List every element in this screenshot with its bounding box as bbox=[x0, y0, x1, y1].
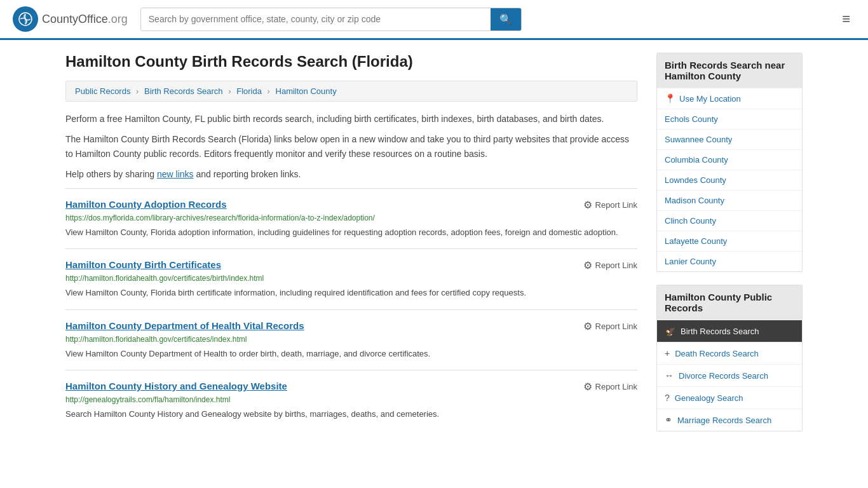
result-desc: View Hamilton County, Florida adoption i… bbox=[65, 226, 637, 239]
intro-text-1: Perform a free Hamilton County, FL publi… bbox=[65, 112, 637, 126]
records-label: Birth Records Search bbox=[681, 327, 759, 336]
records-icon: 🦅 bbox=[665, 326, 675, 336]
records-list-item: 🦅Birth Records Search bbox=[657, 320, 802, 342]
breadcrumb: Public Records › Birth Records Search › … bbox=[65, 81, 637, 102]
nearby-list-item: 📍Use My Location bbox=[657, 88, 802, 109]
records-link[interactable]: ?Genealogy Search bbox=[657, 387, 802, 409]
search-button[interactable]: 🔍 bbox=[491, 8, 521, 30]
breadcrumb-birth-records[interactable]: Birth Records Search bbox=[144, 86, 223, 96]
report-icon: ⚙ bbox=[583, 320, 592, 332]
nearby-link[interactable]: Madison County bbox=[657, 191, 802, 210]
result-header: Hamilton County Birth Certificates ⚙ Rep… bbox=[65, 259, 637, 271]
breadcrumb-sep-3: › bbox=[268, 86, 270, 96]
search-bar: 🔍 bbox=[140, 8, 522, 31]
breadcrumb-public-records[interactable]: Public Records bbox=[75, 86, 130, 96]
nearby-link[interactable]: Clinch County bbox=[657, 211, 802, 231]
breadcrumb-florida[interactable]: Florida bbox=[236, 86, 262, 96]
result-url: http://hamilton.floridahealth.gov/certif… bbox=[65, 335, 637, 344]
records-link[interactable]: ⚭Marriage Records Search bbox=[657, 409, 802, 431]
menu-button[interactable]: ≡ bbox=[837, 8, 855, 30]
result-item: Hamilton County Birth Certificates ⚙ Rep… bbox=[65, 248, 637, 309]
result-item: Hamilton County Department of Health Vit… bbox=[65, 309, 637, 370]
logo-text: CountyOffice.org bbox=[42, 13, 128, 26]
nearby-list-item: Madison County bbox=[657, 190, 802, 210]
intro-text-2: The Hamilton County Birth Records Search… bbox=[65, 132, 637, 161]
nearby-list-item: Lowndes County bbox=[657, 170, 802, 190]
records-icon: + bbox=[665, 348, 670, 358]
result-url: http://genealogytrails.com/fla/hamilton/… bbox=[65, 395, 637, 404]
breadcrumb-sep-1: › bbox=[136, 86, 139, 96]
records-link[interactable]: 🦅Birth Records Search bbox=[657, 320, 802, 342]
report-link-btn[interactable]: ⚙ Report Link bbox=[583, 259, 637, 271]
results-list: Hamilton County Adoption Records ⚙ Repor… bbox=[65, 188, 637, 431]
result-desc: View Hamilton County, Florida birth cert… bbox=[65, 287, 637, 299]
nearby-link[interactable]: 📍Use My Location bbox=[657, 88, 802, 109]
report-link-btn[interactable]: ⚙ Report Link bbox=[583, 320, 637, 332]
new-links-link[interactable]: new links bbox=[157, 169, 194, 179]
nearby-link[interactable]: Lowndes County bbox=[657, 170, 802, 190]
records-label: Marriage Records Search bbox=[677, 416, 771, 425]
report-link-btn[interactable]: ⚙ Report Link bbox=[583, 199, 637, 211]
records-icon: ↔ bbox=[665, 370, 674, 381]
result-header: Hamilton County Department of Health Vit… bbox=[65, 320, 637, 332]
result-title[interactable]: Hamilton County History and Genealogy We… bbox=[65, 381, 287, 391]
nearby-link[interactable]: Lanier County bbox=[657, 252, 802, 271]
nearby-title: Birth Records Search near Hamilton Count… bbox=[657, 53, 802, 88]
nearby-label: Lafayette County bbox=[665, 236, 727, 246]
records-label: Divorce Records Search bbox=[679, 371, 768, 381]
logo-icon bbox=[13, 6, 38, 32]
records-label: Genealogy Search bbox=[675, 393, 743, 403]
nearby-link[interactable]: Suwannee County bbox=[657, 130, 802, 149]
records-list-item: ?Genealogy Search bbox=[657, 386, 802, 409]
nearby-list-item: Clinch County bbox=[657, 210, 802, 231]
nearby-label: Columbia County bbox=[665, 155, 728, 165]
nearby-link[interactable]: Columbia County bbox=[657, 150, 802, 170]
intro-text-3: Help others by sharing new links and rep… bbox=[65, 167, 637, 181]
records-icon: ⚭ bbox=[665, 415, 672, 425]
page-title: Hamilton County Birth Records Search (Fl… bbox=[65, 53, 637, 71]
records-link[interactable]: +Death Records Search bbox=[657, 342, 802, 364]
nearby-list-item: Lanier County bbox=[657, 251, 802, 271]
result-desc: View Hamilton County Department of Healt… bbox=[65, 348, 637, 360]
nearby-link[interactable]: Lafayette County bbox=[657, 231, 802, 251]
nearby-label: Madison County bbox=[665, 196, 724, 205]
records-icon: ? bbox=[665, 393, 670, 403]
result-header: Hamilton County Adoption Records ⚙ Repor… bbox=[65, 199, 637, 211]
records-link[interactable]: ↔Divorce Records Search bbox=[657, 365, 802, 386]
logo-link[interactable]: CountyOffice.org bbox=[13, 6, 128, 32]
records-list-item: +Death Records Search bbox=[657, 342, 802, 364]
search-icon: 🔍 bbox=[499, 14, 512, 25]
search-input[interactable] bbox=[141, 8, 491, 30]
nearby-section: Birth Records Search near Hamilton Count… bbox=[656, 53, 803, 272]
nearby-label: Suwannee County bbox=[665, 135, 732, 144]
location-pin-icon: 📍 bbox=[665, 93, 675, 104]
nearby-label: Echols County bbox=[665, 114, 718, 124]
report-icon: ⚙ bbox=[583, 259, 592, 271]
nearby-label: Lowndes County bbox=[665, 175, 726, 185]
report-icon: ⚙ bbox=[583, 381, 592, 393]
result-title[interactable]: Hamilton County Department of Health Vit… bbox=[65, 320, 304, 331]
report-link-btn[interactable]: ⚙ Report Link bbox=[583, 381, 637, 393]
main-container: Hamilton County Birth Records Search (Fl… bbox=[53, 40, 815, 457]
records-list-item: ⚭Marriage Records Search bbox=[657, 409, 802, 431]
report-icon: ⚙ bbox=[583, 199, 592, 211]
result-url: http://hamilton.floridahealth.gov/certif… bbox=[65, 274, 637, 283]
result-url: https://dos.myflorida.com/library-archiv… bbox=[65, 214, 637, 222]
result-item: Hamilton County History and Genealogy We… bbox=[65, 370, 637, 431]
nearby-label: Lanier County bbox=[665, 257, 716, 266]
nearby-list-item: Suwannee County bbox=[657, 129, 802, 149]
result-header: Hamilton County History and Genealogy We… bbox=[65, 381, 637, 393]
breadcrumb-sep-2: › bbox=[228, 86, 231, 96]
records-label: Death Records Search bbox=[675, 349, 759, 358]
nearby-link[interactable]: Echols County bbox=[657, 109, 802, 129]
result-item: Hamilton County Adoption Records ⚙ Repor… bbox=[65, 188, 637, 249]
result-title[interactable]: Hamilton County Birth Certificates bbox=[65, 259, 221, 270]
nearby-list-item: Columbia County bbox=[657, 149, 802, 170]
nearby-list-item: Echols County bbox=[657, 109, 802, 129]
records-list: 🦅Birth Records Search+Death Records Sear… bbox=[657, 320, 802, 431]
nearby-list: 📍Use My LocationEchols CountySuwannee Co… bbox=[657, 88, 802, 271]
content-area: Hamilton County Birth Records Search (Fl… bbox=[65, 53, 637, 444]
breadcrumb-hamilton-county[interactable]: Hamilton County bbox=[276, 86, 337, 96]
result-title[interactable]: Hamilton County Adoption Records bbox=[65, 199, 227, 210]
sidebar: Birth Records Search near Hamilton Count… bbox=[656, 53, 803, 444]
